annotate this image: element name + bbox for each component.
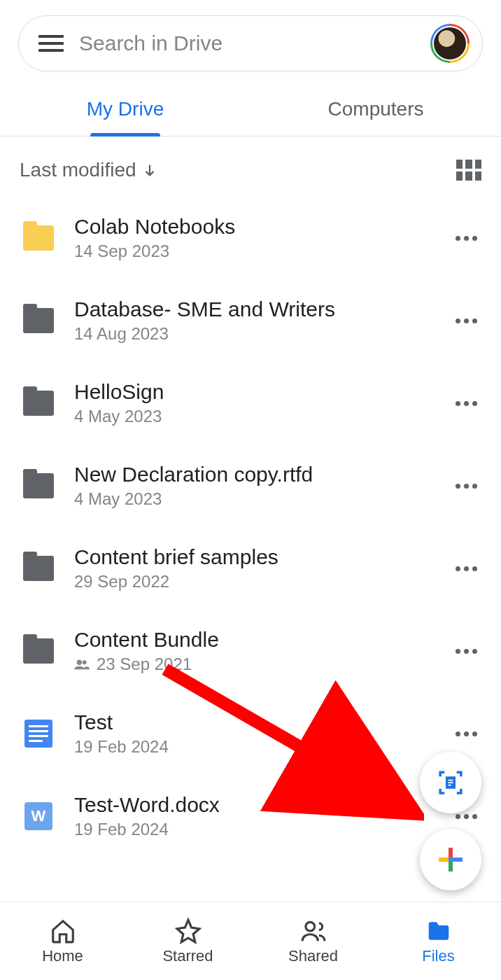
file-name: Test-Word.docx: [74, 793, 434, 817]
file-row[interactable]: New Declaration copy.rtfd 4 May 2023: [0, 444, 501, 527]
account-avatar[interactable]: [430, 24, 470, 63]
more-options-button[interactable]: [452, 732, 480, 736]
more-options-button[interactable]: [452, 649, 480, 654]
folder-icon: [21, 386, 56, 421]
plus-icon: [436, 845, 465, 874]
file-row[interactable]: Content Bundle 23 Sep 2021: [0, 610, 501, 692]
sort-row: Last modified: [0, 136, 501, 190]
file-row[interactable]: HelloSign 4 May 2023: [0, 362, 501, 444]
nav-label: Home: [42, 947, 83, 965]
fab-column: [420, 752, 481, 890]
file-meta: 29 Sep 2022: [74, 572, 434, 592]
scan-fab[interactable]: [420, 752, 481, 813]
file-name: Database- SME and Writers: [74, 298, 434, 321]
file-meta: 19 Feb 2024: [74, 820, 434, 839]
home-icon: [50, 918, 76, 944]
file-name: HelloSign: [74, 380, 434, 404]
search-input[interactable]: Search in Drive: [64, 31, 430, 55]
svg-point-1: [83, 660, 87, 664]
folder-icon: [21, 220, 56, 255]
svg-rect-7: [449, 858, 453, 862]
svg-rect-6: [452, 858, 463, 862]
sort-label-text: Last modified: [20, 159, 136, 181]
file-row[interactable]: Content brief samples 29 Sep 2022: [0, 527, 501, 610]
more-options-button[interactable]: [452, 484, 480, 489]
file-row[interactable]: Database- SME and Writers 14 Aug 2023: [0, 279, 501, 362]
search-bar[interactable]: Search in Drive: [18, 15, 483, 71]
avatar-image: [432, 26, 467, 61]
folder-icon: [21, 634, 56, 668]
file-meta: 14 Sep 2023: [74, 241, 434, 261]
nav-label: Files: [422, 947, 454, 965]
file-meta: 4 May 2023: [74, 489, 434, 509]
bottom-nav: Home Starred Shared Files: [0, 902, 501, 980]
drive-tabs: My Drive Computers: [0, 88, 501, 136]
svg-rect-3: [449, 848, 453, 858]
menu-icon[interactable]: [38, 31, 64, 56]
more-options-button[interactable]: [452, 566, 480, 571]
nav-starred[interactable]: Starred: [125, 902, 250, 980]
more-options-button[interactable]: [452, 236, 480, 241]
new-fab[interactable]: [420, 829, 481, 890]
more-options-button[interactable]: [452, 401, 480, 406]
star-icon: [175, 918, 202, 944]
file-meta-text: 23 Sep 2021: [97, 654, 192, 674]
file-meta: 23 Sep 2021: [74, 654, 434, 674]
nav-home[interactable]: Home: [0, 902, 125, 980]
folder-icon: [21, 551, 56, 586]
folder-icon: [425, 918, 452, 944]
file-name: Content Bundle: [74, 628, 434, 652]
tab-computers[interactable]: Computers: [250, 88, 501, 136]
word-icon: W: [21, 799, 56, 834]
file-name: New Declaration copy.rtfd: [74, 463, 434, 486]
file-name: Content brief samples: [74, 545, 434, 569]
svg-rect-5: [439, 858, 449, 862]
tab-my-drive[interactable]: My Drive: [0, 88, 250, 136]
file-name: Colab Notebooks: [74, 215, 434, 239]
nav-shared[interactable]: Shared: [250, 902, 376, 980]
file-row[interactable]: Colab Notebooks 14 Sep 2023: [0, 197, 501, 279]
folder-icon: [21, 468, 56, 503]
nav-files[interactable]: Files: [376, 902, 501, 980]
people-icon: [300, 918, 327, 944]
shared-icon: [74, 659, 90, 670]
arrow-down-icon: [142, 162, 157, 178]
file-name: Test: [74, 710, 434, 734]
svg-rect-4: [449, 861, 453, 872]
svg-point-0: [77, 660, 82, 665]
folder-icon: [21, 303, 56, 338]
grid-view-icon[interactable]: [456, 160, 481, 181]
svg-point-8: [305, 922, 314, 931]
sort-button[interactable]: Last modified: [20, 159, 157, 181]
file-meta: 4 May 2023: [74, 407, 434, 426]
file-meta: 19 Feb 2024: [74, 737, 434, 757]
file-meta: 14 Aug 2023: [74, 324, 434, 344]
nav-label: Shared: [288, 947, 338, 965]
docs-icon: [21, 716, 56, 751]
more-options-button[interactable]: [452, 318, 480, 323]
nav-label: Starred: [162, 947, 213, 965]
